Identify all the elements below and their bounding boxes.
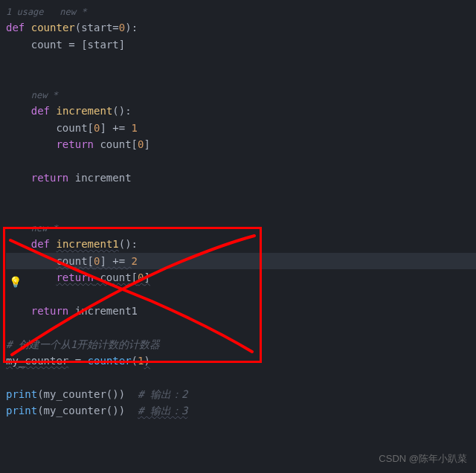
code-line[interactable]: count = [start] xyxy=(6,36,476,53)
code-line[interactable]: def increment(): xyxy=(6,103,476,119)
inlay-hint: new * xyxy=(6,219,476,236)
code-editor[interactable]: 1 usage new * def counter(start=0): coun… xyxy=(0,0,476,422)
code-line[interactable]: count[0] += 1 xyxy=(6,120,476,136)
watermark-text: CSDN @陈年小趴菜 xyxy=(379,451,467,467)
code-line[interactable]: return count[0] xyxy=(6,136,476,152)
blank-line[interactable] xyxy=(6,203,476,219)
blank-line[interactable] xyxy=(6,286,476,303)
code-line[interactable]: def counter(start=0): xyxy=(6,19,476,36)
blank-line[interactable] xyxy=(6,53,476,69)
inlay-hint: 1 usage new * xyxy=(6,3,476,19)
code-line[interactable]: return increment xyxy=(6,170,476,186)
code-line[interactable]: def increment1(): xyxy=(6,236,476,252)
blank-line[interactable] xyxy=(6,153,476,170)
code-line[interactable]: # 创建一个从1开始计数的计数器 xyxy=(6,336,476,353)
blank-line[interactable] xyxy=(6,319,476,335)
blank-line[interactable] xyxy=(6,70,476,86)
blank-line[interactable] xyxy=(6,186,476,202)
code-line[interactable]: print(my_counter()) # 输出：3 xyxy=(6,402,476,419)
code-line[interactable]: return count[0] xyxy=(6,269,476,286)
lightbulb-icon[interactable]: 💡 xyxy=(9,274,22,290)
code-line[interactable]: print(my_counter()) # 输出：2 xyxy=(6,386,476,402)
code-line[interactable]: return increment1 xyxy=(6,303,476,319)
blank-line[interactable] xyxy=(6,370,476,386)
code-line-active[interactable]: count[0] += 2 xyxy=(6,253,476,269)
inlay-hint: new * xyxy=(6,86,476,103)
code-line[interactable]: my_counter = counter(1) xyxy=(6,353,476,369)
